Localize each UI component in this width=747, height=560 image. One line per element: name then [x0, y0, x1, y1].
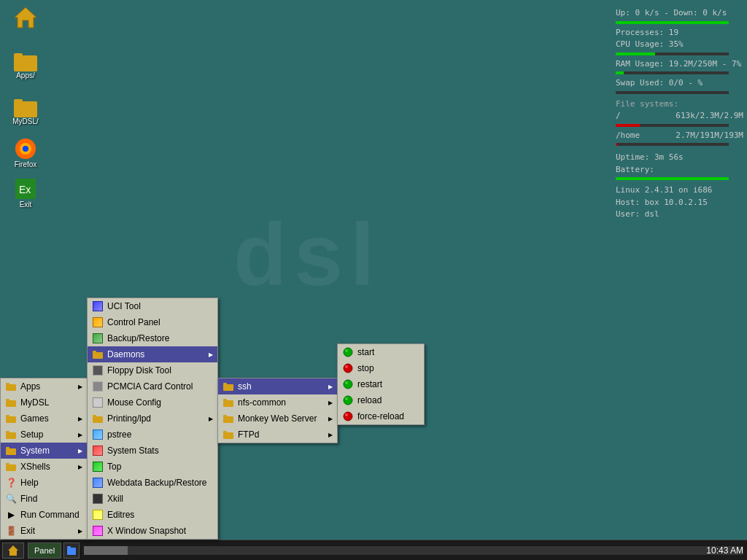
ssh-submenu: start stop restart reload: [337, 343, 425, 425]
submenu-uci[interactable]: UCI Tool: [88, 298, 217, 314]
menu-item-xshells[interactable]: XShells ▶: [1, 459, 87, 475]
svg-rect-33: [223, 431, 227, 433]
exit-icon: Ex: [14, 177, 37, 201]
desktop-icon-firefox[interactable]: Firefox: [4, 137, 47, 168]
menu-item-setup[interactable]: Setup ▶: [1, 427, 87, 443]
find-icon-small: 🔍: [5, 493, 17, 505]
submenu-webdata[interactable]: Webdata Backup/Restore: [88, 475, 217, 491]
svg-rect-30: [223, 416, 233, 423]
setup-folder-icon: [5, 429, 17, 440]
submenu-pcmcia[interactable]: PCMCIA Card Control: [88, 378, 217, 394]
desktop-icon-apps[interactable]: Apps/: [4, 51, 47, 79]
submenu-snapshot[interactable]: X Window Snapshot: [88, 523, 217, 539]
svg-rect-31: [223, 415, 227, 417]
svg-text:Ex: Ex: [19, 184, 31, 195]
ssh-force-reload[interactable]: force-reload: [338, 408, 424, 424]
mydsl-folder-icon: [14, 97, 37, 117]
svg-rect-17: [6, 431, 9, 433]
svg-rect-25: [93, 415, 96, 417]
svg-point-39: [345, 381, 348, 384]
menu-item-apps[interactable]: Apps ▶: [1, 378, 87, 394]
battery: Battery:: [616, 164, 743, 176]
desktop-icon-home[interactable]: [4, 6, 47, 29]
menu-item-games[interactable]: Games ▶: [1, 411, 87, 427]
menu-item-find[interactable]: 🔍 Find: [1, 491, 87, 507]
taskbar: Panel 10:43 AM: [0, 540, 747, 560]
submenu-xkill[interactable]: Xkill: [88, 491, 217, 507]
menu-item-run[interactable]: ▶ Run Command: [1, 507, 87, 523]
apps-folder-icon: [14, 51, 37, 71]
ssh-reload[interactable]: reload: [338, 392, 424, 408]
fs-root: / 613k/2.3M/2.9M: [616, 110, 743, 122]
menu-item-help[interactable]: ❓ Help: [1, 475, 87, 491]
svg-rect-26: [223, 384, 233, 391]
svg-rect-29: [223, 399, 227, 401]
svg-rect-20: [6, 464, 16, 471]
dsl-watermark: dsl: [233, 204, 382, 305]
taskbar-scrollbar[interactable]: [84, 546, 743, 555]
submenu-backup[interactable]: Backup/Restore: [88, 330, 217, 346]
ssh-start[interactable]: start: [338, 344, 424, 360]
submenu-pstree[interactable]: pstree: [88, 427, 217, 443]
system-monitor: Up: 0 k/s - Down: 0 k/s Processes: 19 CP…: [612, 4, 747, 225]
taskbar-app-icon: [66, 545, 77, 556]
svg-rect-22: [93, 352, 103, 359]
svg-rect-24: [93, 416, 103, 423]
svg-rect-32: [223, 432, 233, 439]
menu-item-system[interactable]: System ▶: [1, 443, 87, 459]
svg-rect-28: [223, 400, 233, 407]
daemon-ftpd[interactable]: FTPd ▶: [218, 427, 337, 443]
submenu-daemons[interactable]: Daemons ▶: [88, 346, 217, 362]
svg-rect-13: [6, 399, 9, 401]
linux-info: Linux 2.4.31 on i686: [616, 184, 743, 197]
cpu-usage: CPU Usage: 35%: [616, 39, 743, 51]
desktop-icon-exit[interactable]: Ex Exit: [4, 177, 47, 209]
svg-rect-19: [6, 447, 9, 449]
ram-usage: RAM Usage: 19.2M/250M - 7%: [616, 58, 743, 71]
host-info: Host: box 10.0.2.15: [616, 197, 743, 209]
svg-point-34: [344, 348, 352, 357]
menu-item-exit[interactable]: 🚪 Exit ▶: [1, 523, 87, 539]
svg-point-36: [344, 364, 352, 373]
submenu-mouse[interactable]: Mouse Config: [88, 394, 217, 411]
net-speed: Up: 0 k/s - Down: 0 k/s: [616, 7, 743, 20]
svg-rect-46: [67, 546, 71, 548]
fs-label: File systems:: [616, 98, 743, 111]
apps-folder-icon: [5, 381, 17, 392]
submenu-top[interactable]: Top: [88, 459, 217, 475]
submenu-printing[interactable]: Printing/lpd ▶: [88, 411, 217, 427]
main-menu: Apps ▶ MyDSL Games ▶ Setup ▶ System ▶ XS…: [0, 378, 88, 540]
user-info: User: dsl: [616, 209, 743, 221]
svg-rect-21: [6, 463, 9, 465]
svg-point-42: [344, 412, 352, 421]
submenu-control-panel[interactable]: Control Panel: [88, 314, 217, 330]
svg-rect-18: [6, 448, 16, 455]
submenu-floppy[interactable]: Floppy Disk Tool: [88, 362, 217, 378]
submenu-editres[interactable]: Editres: [88, 507, 217, 523]
system-folder-icon: [5, 445, 17, 456]
ssh-stop[interactable]: stop: [338, 360, 424, 376]
desktop-icon-mydsl[interactable]: MyDSL/: [4, 97, 47, 125]
daemon-nfs[interactable]: nfs-common ▶: [218, 394, 337, 411]
processes: Processes: 19: [616, 27, 743, 39]
daemon-monkey[interactable]: Monkey Web Server ▶: [218, 411, 337, 427]
xshells-folder-icon: [5, 461, 17, 472]
taskbar-icon-1[interactable]: [63, 542, 80, 559]
taskbar-start-button[interactable]: [2, 542, 24, 559]
submenu-stats[interactable]: System Stats: [88, 443, 217, 459]
mydsl-folder-icon: [5, 397, 17, 408]
firefox-icon: [14, 137, 37, 160]
daemon-ssh[interactable]: ssh ▶: [218, 378, 337, 394]
fs-home: /home 2.7M/191M/193M: [616, 130, 743, 142]
svg-rect-16: [6, 432, 16, 439]
menu-item-mydsl[interactable]: MyDSL: [1, 394, 87, 411]
ssh-restart[interactable]: restart: [338, 376, 424, 392]
svg-rect-4: [14, 99, 23, 104]
svg-rect-15: [6, 415, 9, 417]
svg-rect-10: [6, 384, 16, 391]
svg-point-41: [345, 397, 348, 400]
svg-rect-3: [14, 101, 37, 117]
scrollbar-thumb[interactable]: [84, 546, 128, 555]
taskbar-panel-button[interactable]: Panel: [28, 542, 61, 559]
system-submenu: UCI Tool Control Panel Backup/Restore Da…: [87, 298, 218, 540]
